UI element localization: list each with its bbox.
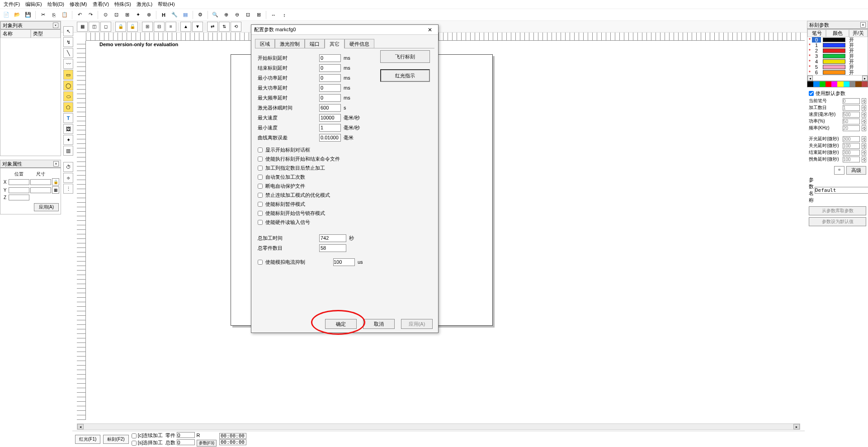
settings-icon[interactable]: ⚙ <box>196 10 205 19</box>
red-light-button[interactable]: 红光(F1) <box>75 435 100 444</box>
order-up-icon[interactable]: ▲ <box>180 22 191 32</box>
red-indicate-button[interactable]: 红光指示 <box>380 69 430 82</box>
snap4-icon[interactable]: ✦ <box>133 10 142 19</box>
load-params-button[interactable]: 从参数库取参数 <box>809 206 866 215</box>
mirror-v-icon[interactable]: ⇅ <box>219 22 230 32</box>
param-input[interactable] <box>843 125 860 131</box>
param-input[interactable] <box>843 150 860 156</box>
close-icon[interactable]: × <box>53 23 58 28</box>
color-swatch[interactable] <box>844 81 849 87</box>
group-icon[interactable]: ⊞ <box>142 22 153 32</box>
spinner-icon[interactable]: ▴▾ <box>862 105 866 111</box>
x-size-input[interactable] <box>30 179 51 185</box>
hatch-icon[interactable]: H <box>159 10 168 19</box>
unlock-icon[interactable]: 🔓 <box>127 22 138 32</box>
color-swatch[interactable] <box>862 81 868 87</box>
dialog-titlebar[interactable]: 配置参数 markcfg0 ✕ <box>251 25 438 35</box>
param-input[interactable] <box>843 157 860 162</box>
spinner-icon[interactable]: ▴▾ <box>862 143 866 149</box>
color-swatch[interactable] <box>831 81 837 87</box>
object-list-body[interactable] <box>0 38 61 156</box>
new-icon[interactable]: 📄 <box>2 10 11 19</box>
parts-input[interactable] <box>177 432 195 438</box>
param-name-input[interactable] <box>815 187 868 194</box>
z-pos-input[interactable] <box>9 195 29 200</box>
dialog-input[interactable] <box>319 134 341 142</box>
dialog-checkbox[interactable] <box>258 184 263 189</box>
spinner-icon[interactable]: ▴▾ <box>862 136 866 142</box>
curve-icon[interactable]: 〰 <box>63 59 73 69</box>
param-input[interactable] <box>843 112 860 118</box>
reset-label[interactable]: R <box>197 433 200 438</box>
color-swatch[interactable] <box>849 81 855 87</box>
snap2-icon[interactable]: ⊡ <box>112 10 121 19</box>
param-input[interactable] <box>843 136 860 142</box>
tool-icon[interactable]: 🔧 <box>170 10 179 19</box>
menu-file[interactable]: 文件(F) <box>2 1 22 8</box>
zoom-sel-icon[interactable]: 🔍 <box>211 10 220 19</box>
param-input[interactable] <box>843 105 860 111</box>
apply-button[interactable]: 应用(A) <box>34 203 59 211</box>
image-icon[interactable]: 🖼 <box>63 124 73 134</box>
color-swatch[interactable] <box>826 81 831 87</box>
order-down-icon[interactable]: ▼ <box>192 22 203 32</box>
save-icon[interactable]: 💾 <box>24 10 33 19</box>
barcode-icon[interactable]: ▥ <box>63 146 73 156</box>
spinner-icon[interactable]: ▴▾ <box>862 150 866 156</box>
advanced-button[interactable]: 高级 <box>846 166 866 175</box>
dialog-input[interactable] <box>319 64 341 72</box>
dialog-tab[interactable]: 其它 <box>325 39 344 48</box>
dialog-input[interactable] <box>319 94 341 102</box>
timer-icon[interactable]: ⏱ <box>63 162 73 172</box>
canvas[interactable]: Demo version-only for evaluation <box>86 41 805 420</box>
spinner-icon[interactable]: ▴▾ <box>862 125 866 131</box>
dialog-input[interactable] <box>319 74 341 82</box>
ellipse-icon[interactable]: ⬭ <box>63 91 73 101</box>
apply-button[interactable]: 应用(A) <box>401 319 433 329</box>
cut-icon[interactable]: ✂ <box>38 10 47 19</box>
col-pen-onoff[interactable]: 开/关 <box>849 29 868 37</box>
dialog-tab[interactable]: 区域 <box>255 39 275 48</box>
param-input[interactable] <box>843 98 860 104</box>
align-icon[interactable]: ≡ <box>165 22 176 32</box>
pointer-icon[interactable]: ↖ <box>63 26 73 36</box>
rotate-icon[interactable]: ⟲ <box>231 22 241 32</box>
close-icon[interactable]: × <box>53 161 59 166</box>
link-icon[interactable]: ⚭ <box>834 166 844 175</box>
menu-modify[interactable]: 修改(M) <box>68 1 89 8</box>
dialog-input[interactable] <box>319 104 341 112</box>
open-icon[interactable]: 📂 <box>13 10 22 19</box>
color-swatch[interactable] <box>837 81 843 87</box>
snap5-icon[interactable]: ⊗ <box>144 10 153 19</box>
spinner-icon[interactable]: ▴▾ <box>862 112 866 118</box>
ungroup-icon[interactable]: ⊟ <box>154 22 165 32</box>
close-icon[interactable]: ✕ <box>425 26 435 34</box>
col-pen-color[interactable]: 颜色 <box>826 29 849 37</box>
spinner-icon[interactable]: ▴▾ <box>862 98 866 104</box>
color-swatch[interactable] <box>807 81 813 87</box>
fly-mark-button[interactable]: 飞行标刻 <box>380 50 430 63</box>
pen-row[interactable]: *4开 <box>807 59 868 64</box>
pen-row[interactable]: *0开 <box>807 37 868 43</box>
menu-draw[interactable]: 绘制(D) <box>46 1 66 8</box>
snap1-icon[interactable]: ⊙ <box>101 10 110 19</box>
circle-icon[interactable]: ◯ <box>63 81 73 90</box>
pen-row[interactable]: *6开 <box>807 70 868 75</box>
snap3-icon[interactable]: ⊞ <box>123 10 132 19</box>
analog-value-input[interactable] <box>333 258 355 266</box>
param-input[interactable] <box>843 119 860 124</box>
node-edit-icon[interactable]: ↯ <box>63 37 73 47</box>
col-name[interactable]: 名称 <box>0 29 31 38</box>
spinner-icon[interactable]: ▴▾ <box>862 119 866 124</box>
dialog-tab[interactable]: 端口 <box>305 39 325 48</box>
menu-help[interactable]: 帮助(H) <box>156 1 176 8</box>
col-type[interactable]: 类型 <box>31 29 61 38</box>
color-swatch[interactable] <box>813 81 819 87</box>
dialog-input[interactable] <box>319 114 341 122</box>
dialog-checkbox[interactable] <box>258 157 263 162</box>
paste-icon[interactable]: 📋 <box>60 10 69 19</box>
deselect-icon[interactable]: ◻ <box>100 22 111 32</box>
text-icon[interactable]: T <box>63 113 73 123</box>
vector-icon[interactable]: ✦ <box>63 135 73 145</box>
params-f3-button[interactable]: 参数(F3) <box>197 440 217 447</box>
